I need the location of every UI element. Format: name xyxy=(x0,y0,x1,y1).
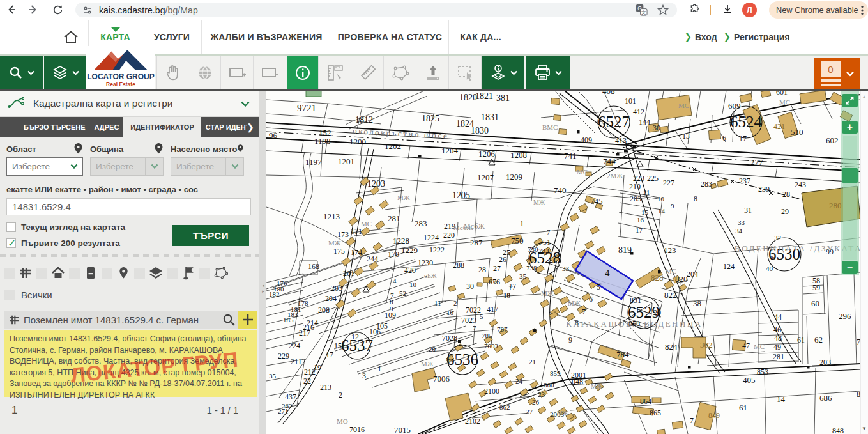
zoom-slider-thumb[interactable] xyxy=(842,168,858,183)
parcel-label: 820 xyxy=(675,274,688,284)
filter-checkbox[interactable] xyxy=(102,268,112,279)
tab-star-ident[interactable]: СТАР ИДЕНТ xyxy=(201,117,247,137)
nav-home-button[interactable] xyxy=(53,20,88,54)
info-layers-button[interactable] xyxy=(482,56,524,89)
search-submit-button[interactable]: ТЪРСИ xyxy=(172,225,249,246)
parcel-label: 62 xyxy=(814,335,823,345)
parcel-label: 510 xyxy=(791,127,803,137)
map-canvas[interactable]: 6527652465306529652865376536 97211812182… xyxy=(266,91,860,434)
back-icon[interactable] xyxy=(3,1,20,18)
zoom-out-button[interactable]: − xyxy=(842,261,858,274)
menu-dots-icon[interactable] xyxy=(861,5,864,15)
chrome-update-button[interactable]: New Chrome available xyxy=(769,1,868,19)
pan-tool-button[interactable] xyxy=(156,56,188,89)
parcel-label: 225 xyxy=(647,174,659,183)
register-link[interactable]: ❯Регистрация xyxy=(724,20,789,54)
search-tabs: БЪРЗО ТЪРСЕНЕ АДРЕС ИДЕНТИФИКАТОР СТАР И… xyxy=(0,117,259,137)
tab-identifikator[interactable]: ИДЕНТИФИКАТОР xyxy=(123,117,201,137)
selected-parcel[interactable] xyxy=(575,251,633,299)
address-bar[interactable]: kais.cadastre.bg/bg/Map G文 xyxy=(75,3,677,17)
parcel-label: МО xyxy=(337,417,348,425)
parcel-label: 204 xyxy=(325,294,337,303)
parcel-label: 828 xyxy=(651,273,664,283)
parcel-label: 420 xyxy=(404,266,416,275)
first-200-checkbox[interactable]: ✓ xyxy=(6,238,16,248)
parcel-label: 27 xyxy=(526,408,533,415)
parcel-label: 302 xyxy=(700,340,713,350)
upload-tool-button[interactable] xyxy=(417,56,449,89)
splitter-arrows-icon[interactable]: ◂▸ xyxy=(260,283,266,294)
parcel-label: 11 xyxy=(643,189,650,196)
all-checkbox[interactable] xyxy=(4,290,15,300)
parcel-label: 1812 xyxy=(355,115,373,125)
tab-adres[interactable]: АДРЕС xyxy=(90,117,124,137)
measure-tool-button[interactable] xyxy=(352,56,384,89)
select-tool-button[interactable] xyxy=(450,56,482,89)
panel-header[interactable]: Кадастрална карта и регистри xyxy=(0,91,259,117)
cadastral-map[interactable]: 6527652465306529652865376536 97211812182… xyxy=(266,91,860,434)
tab-barzo-tarsene[interactable]: БЪРЗО ТЪРСЕНЕ xyxy=(19,117,90,137)
nav-tab-kak-da[interactable]: КАК ДА... xyxy=(448,20,512,54)
filter-checkbox[interactable] xyxy=(167,268,178,279)
parcel-label: 96 xyxy=(269,130,278,140)
globe-tool-button[interactable] xyxy=(189,56,221,89)
current-view-checkbox[interactable] xyxy=(6,222,16,232)
parcel-label: 213 xyxy=(320,383,331,392)
layers-tool-button[interactable] xyxy=(44,56,86,89)
parcel-label: 281 xyxy=(773,352,784,361)
result-row[interactable]: Поземлен имот 14831.6529.4 с. Герман xyxy=(4,311,257,329)
parcel-label: МС xyxy=(754,343,765,350)
filter-checkbox[interactable] xyxy=(36,268,47,279)
parcel-label: 61 xyxy=(739,403,747,412)
cart-button[interactable]: 0 xyxy=(814,58,860,89)
zoom-in-button[interactable]: + xyxy=(842,121,858,134)
bookmark-star-icon[interactable] xyxy=(657,4,669,17)
filter-checkbox[interactable] xyxy=(4,268,15,279)
login-link[interactable]: ❯Вход xyxy=(685,20,717,54)
scale-tool-button[interactable] xyxy=(319,56,351,89)
translate-icon[interactable]: G文 xyxy=(636,4,648,16)
region-select[interactable]: Изберете xyxy=(6,157,83,176)
scroll-down-arrow-icon[interactable]: ▼ xyxy=(862,426,867,431)
panel-splitter[interactable]: ◂▸ xyxy=(259,91,266,434)
forward-icon[interactable] xyxy=(25,1,42,18)
add-result-button[interactable] xyxy=(238,311,257,329)
filter-checkbox[interactable] xyxy=(134,268,145,279)
nav-tab-zhalbi[interactable]: ЖАЛБИ И ВЪЗРАЖЕНИЯ xyxy=(201,20,331,54)
print-button[interactable] xyxy=(526,56,570,89)
zoom-out-box-button[interactable] xyxy=(254,56,286,89)
filter-checkbox[interactable] xyxy=(199,268,210,279)
parcel-label: 785 xyxy=(482,332,492,339)
parcel-label: 412 xyxy=(633,107,644,116)
site-settings-icon[interactable] xyxy=(82,5,93,15)
parcel-label: 1820 xyxy=(459,93,477,102)
zoom-slider-track[interactable] xyxy=(843,136,857,260)
parcel-label: МС xyxy=(779,98,790,106)
profile-avatar[interactable]: Л xyxy=(742,3,757,17)
zoom-to-result-button[interactable] xyxy=(219,311,238,329)
reload-icon[interactable] xyxy=(50,1,66,18)
dashed-separator xyxy=(0,254,259,257)
chevron-down-icon[interactable] xyxy=(241,101,250,107)
extensions-icon[interactable] xyxy=(686,1,703,18)
page-scrollbar[interactable]: ▲ ▼ xyxy=(860,91,868,434)
parcel-label: 1825 xyxy=(422,114,439,123)
search-tool-button[interactable] xyxy=(0,56,43,89)
zoom-in-box-button[interactable] xyxy=(222,56,254,89)
download-icon[interactable] xyxy=(719,1,736,18)
municipality-select[interactable]: Изберете xyxy=(90,157,164,176)
parcel-label: 17 xyxy=(636,226,643,234)
toolbar-separator xyxy=(710,5,711,15)
info-tool-button[interactable] xyxy=(287,56,319,89)
area-tool-button[interactable] xyxy=(385,56,416,89)
fullscreen-button[interactable] xyxy=(842,94,858,107)
page-number[interactable]: 1 xyxy=(11,404,17,417)
settlement-select[interactable]: Изберете xyxy=(171,157,244,176)
parcel-label: 7 xyxy=(390,291,394,299)
identifier-input[interactable] xyxy=(6,198,251,215)
nav-tab-proverka[interactable]: ПРОВЕРКА НА СТАТУС xyxy=(331,20,448,54)
scroll-up-arrow-icon[interactable]: ▲ xyxy=(862,94,867,100)
filter-checkbox[interactable] xyxy=(69,268,80,279)
tabs-scroll-right-icon[interactable]: ❯ xyxy=(247,117,259,137)
parcel-label: 101 xyxy=(625,97,636,105)
